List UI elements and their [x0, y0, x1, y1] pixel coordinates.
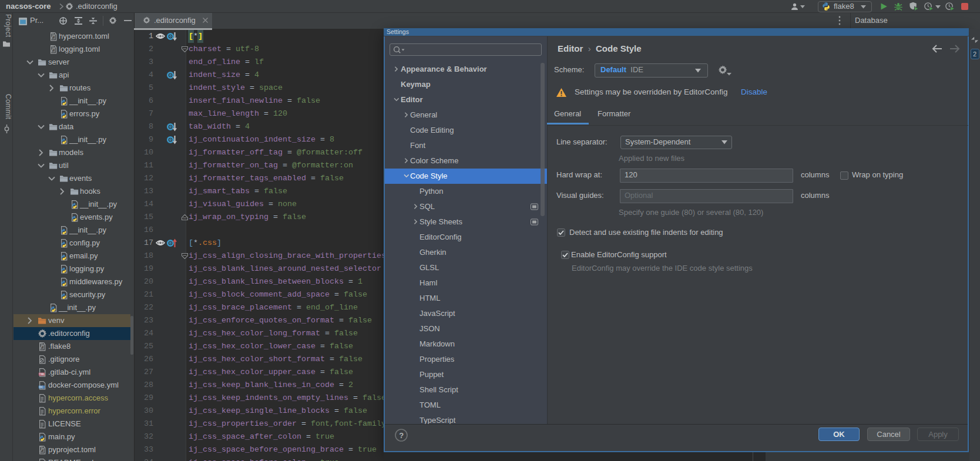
svg-text:DC: DC [39, 386, 43, 389]
svg-text:YML: YML [39, 373, 45, 376]
svg-text:?: ? [399, 431, 404, 440]
